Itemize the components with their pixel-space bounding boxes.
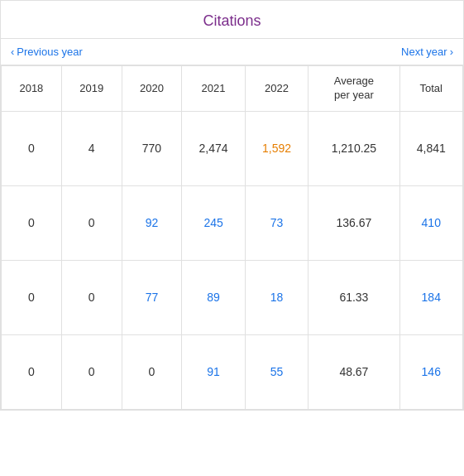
- cell-r4-total[interactable]: 146: [399, 334, 462, 409]
- cell-r3-total[interactable]: 184: [399, 260, 462, 334]
- table-row: 0 0 92 245 73 136.67 410: [2, 185, 463, 260]
- cell-r1-2019: 4: [61, 111, 122, 185]
- table-header-row: 2018 2019 2020 2021 2022 Averageper year…: [2, 66, 463, 112]
- cell-r1-2020: 770: [122, 111, 182, 185]
- col-header-2022: 2022: [245, 66, 308, 112]
- cell-r3-2018: 0: [2, 260, 62, 334]
- cell-r4-2018: 0: [2, 334, 62, 409]
- citations-container: Citations ‹ Previous year Next year › 20…: [0, 0, 464, 411]
- cell-r2-total[interactable]: 410: [399, 185, 462, 260]
- cell-r3-2019: 0: [61, 260, 122, 334]
- next-chevron-icon: ›: [450, 46, 453, 58]
- col-header-2021: 2021: [182, 66, 245, 112]
- cell-r2-2020[interactable]: 92: [122, 185, 182, 260]
- col-header-2018: 2018: [2, 66, 62, 112]
- cell-r1-2018: 0: [2, 111, 62, 185]
- next-year-label: Next year: [401, 46, 447, 58]
- cell-r3-2021[interactable]: 89: [182, 260, 245, 334]
- cell-r1-avg: 1,210.25: [309, 111, 399, 185]
- cell-r4-2019: 0: [61, 334, 122, 409]
- cell-r2-2018: 0: [2, 185, 62, 260]
- cell-r4-2022[interactable]: 55: [245, 334, 308, 409]
- prev-year-label: Previous year: [17, 46, 82, 58]
- cell-r2-2019: 0: [61, 185, 122, 260]
- cell-r1-total: 4,841: [399, 111, 462, 185]
- cell-r3-2022[interactable]: 18: [245, 260, 308, 334]
- cell-r1-2021: 2,474: [182, 111, 245, 185]
- col-header-total: Total: [399, 66, 462, 112]
- citations-table: 2018 2019 2020 2021 2022 Averageper year…: [1, 65, 463, 410]
- cell-r3-2020[interactable]: 77: [122, 260, 182, 334]
- cell-r4-avg: 48.67: [309, 334, 399, 409]
- cell-r2-avg: 136.67: [309, 185, 399, 260]
- previous-year-button[interactable]: ‹ Previous year: [11, 46, 83, 58]
- col-header-2019: 2019: [61, 66, 122, 112]
- cell-r2-2021[interactable]: 245: [182, 185, 245, 260]
- cell-r1-2022: 1,592: [245, 111, 308, 185]
- table-row: 0 4 770 2,474 1,592 1,210.25 4,841: [2, 111, 463, 185]
- cell-r3-avg: 61.33: [309, 260, 399, 334]
- next-year-button[interactable]: Next year ›: [401, 46, 453, 58]
- prev-chevron-icon: ‹: [11, 46, 14, 58]
- col-header-2020: 2020: [122, 66, 182, 112]
- table-row: 0 0 0 91 55 48.67 146: [2, 334, 463, 409]
- year-navigation: ‹ Previous year Next year ›: [1, 39, 463, 65]
- cell-r4-2020: 0: [122, 334, 182, 409]
- cell-r2-2022[interactable]: 73: [245, 185, 308, 260]
- cell-r4-2021[interactable]: 91: [182, 334, 245, 409]
- page-title: Citations: [1, 1, 463, 39]
- table-row: 0 0 77 89 18 61.33 184: [2, 260, 463, 334]
- col-header-avg: Averageper year: [309, 66, 399, 112]
